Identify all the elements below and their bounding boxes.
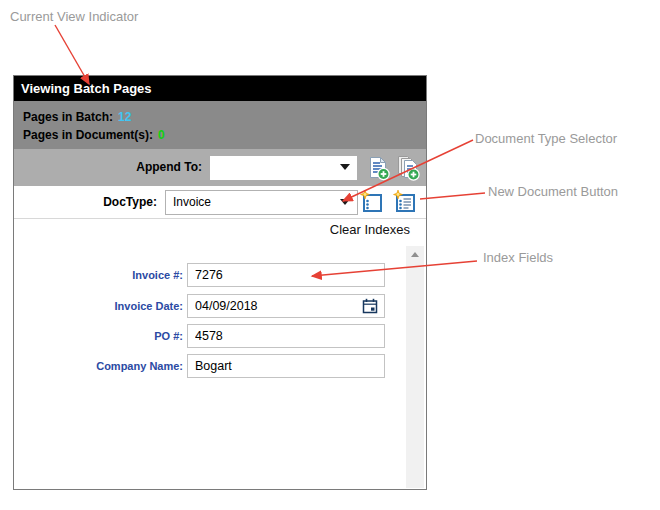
append-to-value	[217, 156, 333, 180]
invoice-date-label: Invoice Date:	[14, 294, 183, 318]
pages-in-batch-value: 12	[118, 110, 131, 124]
batch-stats: Pages in Batch:12 Pages in Document(s):0	[14, 101, 426, 149]
append-to-label: Append To:	[14, 149, 202, 186]
pages-in-batch-label: Pages in Batch:	[23, 110, 113, 124]
vertical-scrollbar[interactable]	[406, 246, 424, 488]
annotation-current-view-indicator: Current View Indicator	[10, 9, 138, 24]
append-to-row: Append To:	[14, 149, 426, 186]
clear-indexes-link[interactable]: Clear Indexes	[330, 222, 410, 237]
company-name-label: Company Name:	[14, 354, 183, 378]
invoice-number-input[interactable]	[187, 263, 385, 287]
doctype-dropdown[interactable]: Invoice	[165, 190, 358, 215]
annotation-new-document-button: New Document Button	[488, 184, 618, 199]
doctype-label: DocType:	[14, 186, 157, 219]
calendar-icon	[361, 297, 379, 315]
field-row-company-name: Company Name:	[14, 354, 404, 378]
new-document-button[interactable]	[358, 189, 385, 216]
append-pages-icon	[395, 155, 421, 181]
batch-indexing-panel: Viewing Batch Pages Pages in Batch:12 Pa…	[13, 75, 427, 490]
field-row-po-number: PO #:	[14, 324, 404, 348]
arrow-new-document	[420, 193, 485, 199]
pages-in-document-label: Pages in Document(s):	[23, 128, 153, 142]
append-to-dropdown[interactable]	[210, 156, 357, 180]
new-document-with-index-button[interactable]	[391, 189, 418, 216]
chevron-down-icon	[340, 164, 350, 170]
chevron-down-icon	[340, 199, 350, 205]
company-name-input[interactable]	[187, 354, 385, 378]
invoice-number-label: Invoice #:	[14, 263, 183, 287]
append-page-icon	[366, 155, 391, 181]
calendar-picker-button[interactable]	[361, 297, 379, 315]
po-number-input[interactable]	[187, 324, 385, 348]
po-number-label: PO #:	[14, 324, 183, 348]
panel-title: Viewing Batch Pages	[14, 76, 426, 101]
append-pages-button[interactable]	[395, 155, 421, 181]
field-row-invoice-number: Invoice #:	[14, 263, 404, 287]
scroll-up-button[interactable]	[406, 246, 424, 262]
doctype-row: DocType: Invoice	[14, 186, 426, 219]
pages-in-document-value: 0	[158, 128, 165, 142]
annotation-index-fields: Index Fields	[483, 250, 553, 265]
append-page-button[interactable]	[366, 155, 391, 181]
new-document-icon	[358, 189, 385, 216]
new-document-index-icon	[391, 189, 418, 216]
doctype-value: Invoice	[173, 191, 333, 215]
field-row-invoice-date: Invoice Date:	[14, 294, 404, 318]
annotation-document-type-selector: Document Type Selector	[475, 131, 617, 146]
pages-in-document-row: Pages in Document(s):0	[23, 126, 426, 144]
invoice-date-input[interactable]	[187, 294, 385, 318]
pages-in-batch-row: Pages in Batch:12	[23, 108, 426, 126]
